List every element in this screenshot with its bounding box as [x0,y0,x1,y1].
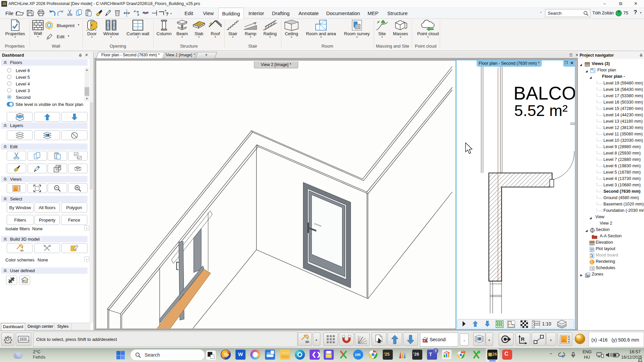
svg-text:i: i [562,356,562,358]
svg-text:3D: 3D [20,249,23,252]
svg-text:3D: 3D [305,340,309,344]
svg-text:1: 1 [427,341,428,343]
svg-text:BALCON: BALCON [514,83,575,104]
svg-text:R: R [521,336,525,342]
svg-text:z: z [639,359,640,361]
svg-text:5.52 m²: 5.52 m² [514,102,568,119]
svg-text:2: 2 [427,337,428,339]
